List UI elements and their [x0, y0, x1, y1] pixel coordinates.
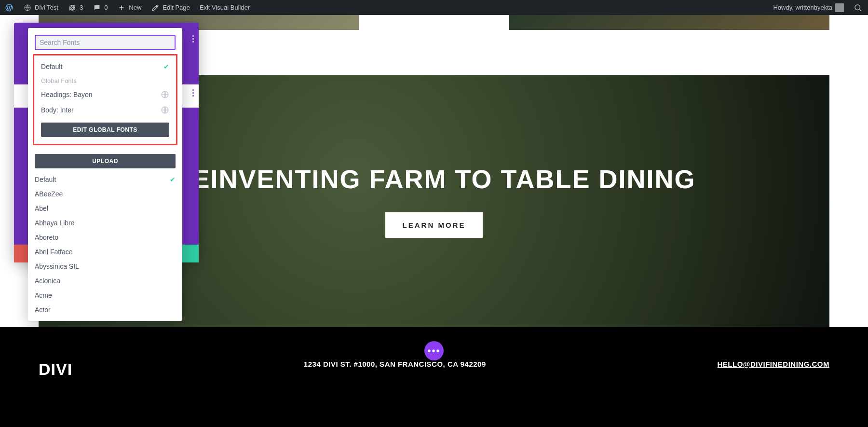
font-list-item[interactable]: Aclonica [35, 274, 176, 288]
comments-count: 0 [104, 4, 108, 11]
font-option-label: Actor [35, 306, 51, 314]
wordpress-icon [5, 3, 14, 12]
font-list-item[interactable]: Abel [35, 201, 176, 216]
upload-font-button[interactable]: UPLOAD [35, 154, 176, 168]
comments-menu[interactable]: 0 [88, 0, 112, 15]
font-picker-dropdown: Default ✔ Global Fonts Headings: Bayon B… [28, 28, 182, 321]
font-list-item[interactable]: Actor [35, 303, 176, 317]
footer-logo: DIVI [39, 360, 72, 379]
font-option-label: Acme [35, 291, 52, 299]
exit-visual-builder[interactable]: Exit Visual Builder [195, 0, 255, 15]
footer-address: 1234 DIVI ST. #1000, SAN FRANCISCO, CA 9… [304, 360, 486, 368]
comment-icon [93, 3, 101, 12]
panel-kebab-icon[interactable] [192, 35, 194, 42]
wp-admin-bar: Divi Test 3 0 New Edit Page [0, 0, 868, 15]
font-list-item[interactable]: Abril Fatface [35, 245, 176, 259]
font-list-item[interactable]: Acme [35, 288, 176, 303]
pencil-icon [151, 3, 160, 12]
font-option-label: Abhaya Libre [35, 219, 75, 227]
font-list-item[interactable]: Abyssinica SIL [35, 259, 176, 274]
howdy-text: Howdy, writtenbyekta [773, 4, 832, 11]
learn-more-button[interactable]: LEARN MORE [385, 212, 483, 238]
site-name-menu[interactable]: Divi Test [18, 0, 63, 15]
svg-line-4 [859, 9, 861, 11]
global-font-body[interactable]: Body: Inter [36, 102, 174, 118]
font-search-input[interactable] [35, 35, 176, 50]
font-option-label: Abel [35, 205, 48, 212]
avatar-icon [835, 3, 844, 12]
globe-icon [161, 106, 169, 114]
refresh-icon [68, 3, 77, 12]
edit-page-link[interactable]: Edit Page [146, 0, 194, 15]
globe-icon [161, 90, 169, 99]
global-fonts-group-label: Global Fonts [36, 74, 174, 87]
hero-title: REINVENTING FARM TO TABLE DINING [172, 164, 695, 194]
wp-logo-menu[interactable] [0, 0, 18, 15]
font-list: UPLOAD Default ✔ ABeeZee Abel Abhaya Lib… [28, 154, 182, 317]
font-option-label: Default [35, 176, 56, 183]
global-font-headings[interactable]: Headings: Bayon [36, 87, 174, 102]
home-icon [23, 3, 32, 12]
edit-page-label: Edit Page [163, 4, 190, 11]
site-name: Divi Test [35, 4, 58, 11]
footer-email-link[interactable]: HELLO@DIVIFINEDINING.COM [718, 360, 829, 368]
user-menu[interactable]: Howdy, writtenbyekta [768, 0, 849, 15]
font-list-item-default[interactable]: Default ✔ [35, 172, 176, 187]
panel-discard-button[interactable] [14, 245, 28, 262]
font-list-item[interactable]: Abhaya Libre [35, 216, 176, 230]
new-label: New [129, 4, 141, 11]
font-option-label: Abyssinica SIL [35, 262, 79, 270]
global-fonts-highlight-box: Default ✔ Global Fonts Headings: Bayon B… [33, 54, 177, 145]
panel-save-button[interactable] [182, 245, 199, 262]
updates-count: 3 [80, 4, 83, 11]
font-list-item[interactable]: ABeeZee [35, 187, 176, 201]
plus-icon [117, 3, 126, 12]
font-option-label: Abril Fatface [35, 248, 73, 256]
updates-menu[interactable]: 3 [63, 0, 88, 15]
check-icon: ✔ [163, 63, 169, 70]
check-icon: ✔ [170, 176, 176, 183]
font-search-wrap [28, 28, 182, 54]
font-option-label: Headings: Bayon [41, 91, 93, 98]
font-option-label: Body: Inter [41, 106, 74, 114]
svg-point-3 [855, 5, 860, 10]
builder-fab-button[interactable]: ••• [424, 341, 444, 360]
edit-global-fonts-button[interactable]: EDIT GLOBAL FONTS [41, 123, 169, 137]
font-option-default[interactable]: Default ✔ [36, 59, 174, 74]
panel-sub-kebab-icon[interactable] [192, 89, 194, 96]
search-menu[interactable] [854, 3, 862, 12]
font-option-label: ABeeZee [35, 190, 63, 198]
image-placeholder-right [509, 15, 829, 30]
font-option-label: Default [41, 63, 62, 70]
new-content-menu[interactable]: New [112, 0, 146, 15]
font-option-label: Aclonica [35, 277, 60, 285]
font-list-item[interactable]: Aboreto [35, 230, 176, 245]
exit-vb-label: Exit Visual Builder [200, 4, 250, 11]
font-option-label: Aboreto [35, 234, 58, 241]
admin-bar-right: Howdy, writtenbyekta [768, 0, 868, 15]
admin-bar-left: Divi Test 3 0 New Edit Page [0, 0, 255, 15]
